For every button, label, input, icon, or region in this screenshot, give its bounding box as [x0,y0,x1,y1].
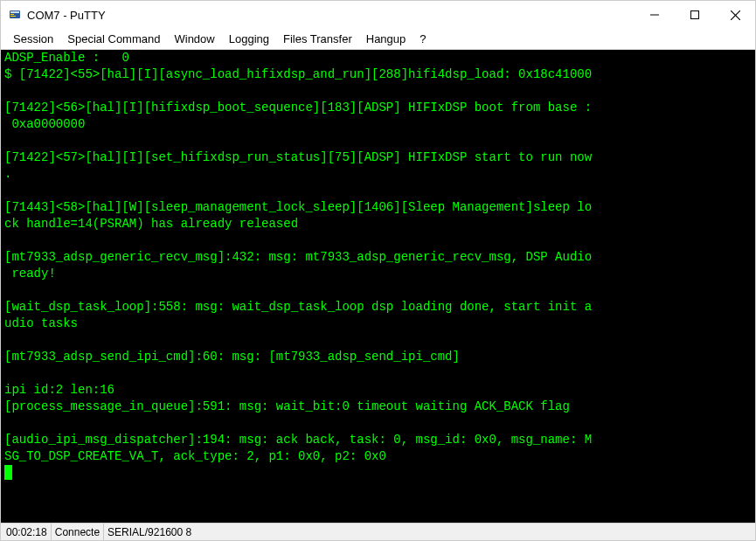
svg-rect-1 [10,11,19,13]
maximize-button[interactable] [675,1,715,29]
menu-session[interactable]: Session [6,31,60,47]
menu-special-command[interactable]: Special Command [60,31,167,47]
menu-window[interactable]: Window [167,31,221,47]
window-controls [635,1,755,29]
menu-hangup[interactable]: Hangup [359,31,413,47]
menu-files-transfer[interactable]: Files Transfer [276,31,359,47]
svg-rect-5 [691,11,699,19]
svg-rect-3 [10,16,16,17]
app-icon [8,8,22,22]
titlebar: COM7 - PuTTY [1,1,755,29]
status-serial: SERIAL/921600 8 [104,524,195,540]
terminal-cursor [4,465,12,480]
svg-rect-2 [10,14,14,15]
menu-logging[interactable]: Logging [222,31,276,47]
window-title: COM7 - PuTTY [27,9,635,22]
status-connected: Connecte [52,524,104,540]
terminal-text: ADSP_Enable : 0 $ [71422]<55>[hal][I][as… [4,51,592,463]
status-time: 00:02:18 [3,524,52,540]
minimize-button[interactable] [635,1,675,29]
close-button[interactable] [715,1,755,29]
menubar: Session Special Command Window Logging F… [1,29,755,50]
statusbar: 00:02:18 Connecte SERIAL/921600 8 [1,523,755,540]
terminal-output[interactable]: ADSP_Enable : 0 $ [71422]<55>[hal][I][as… [1,50,755,523]
menu-help[interactable]: ? [413,31,433,47]
